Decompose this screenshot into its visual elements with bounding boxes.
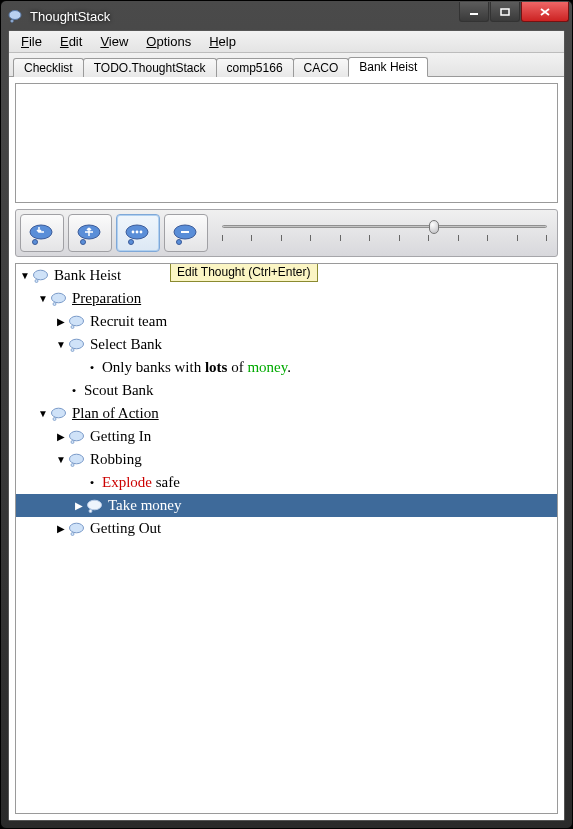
thought-bubble-icon (50, 292, 68, 306)
svg-point-28 (70, 454, 84, 464)
expand-right-icon[interactable]: ▶ (74, 500, 84, 511)
svg-point-26 (70, 431, 84, 441)
thought-bubble-icon (68, 453, 86, 467)
svg-point-0 (9, 11, 21, 20)
svg-point-11 (140, 231, 143, 234)
menu-file[interactable]: File (13, 32, 50, 51)
tree-row[interactable]: ▶Getting In (16, 425, 557, 448)
tree-row[interactable]: ▼Preparation (16, 287, 557, 310)
tree-row[interactable]: •Scout Bank (16, 379, 557, 402)
svg-point-1 (11, 20, 14, 23)
window-frame: ThoughtStack FileEditViewOptionsHelp Che… (0, 0, 573, 829)
slider-ticks (222, 235, 547, 241)
maximize-button[interactable] (490, 2, 520, 22)
tab-checklist[interactable]: Checklist (13, 58, 84, 77)
tree-node-label: Recruit team (90, 313, 167, 330)
svg-point-18 (52, 293, 66, 303)
tree-row[interactable]: ▼Plan of Action (16, 402, 557, 425)
tab-bank-heist[interactable]: Bank Heist (348, 57, 428, 77)
svg-point-20 (70, 316, 84, 326)
content-area: Edit Thought (Ctrl+Enter) ▼Bank Heist▼Pr… (9, 77, 564, 820)
tree-node-label: Preparation (72, 290, 141, 307)
titlebar[interactable]: ThoughtStack (2, 2, 571, 30)
tree-node-label: Robbing (90, 451, 142, 468)
thought-bubble-icon (68, 430, 86, 444)
app-icon (8, 9, 24, 23)
svg-point-17 (35, 279, 38, 282)
tree-row[interactable]: ▶Take money (16, 494, 557, 517)
tool-btn-4[interactable] (164, 214, 208, 252)
tree-row[interactable]: ▼Select Bank (16, 333, 557, 356)
expand-down-icon[interactable]: ▼ (56, 454, 66, 465)
svg-point-32 (70, 523, 84, 533)
svg-point-5 (33, 240, 38, 245)
svg-point-31 (89, 509, 92, 512)
thought-bubble-icon (68, 315, 86, 329)
menu-edit[interactable]: Edit (52, 32, 90, 51)
expand-down-icon[interactable]: ▼ (38, 293, 48, 304)
thought-bubble-icon (32, 269, 50, 283)
tooltip: Edit Thought (Ctrl+Enter) (170, 263, 318, 282)
tree-row[interactable]: ▶Getting Out (16, 517, 557, 540)
svg-point-9 (132, 231, 135, 234)
minimize-button[interactable] (459, 2, 489, 22)
inner-frame: FileEditViewOptionsHelp ChecklistTODO.Th… (8, 30, 565, 821)
tree-node-label: Getting In (90, 428, 151, 445)
tree-node-label: Plan of Action (72, 405, 159, 422)
menu-help[interactable]: Help (201, 32, 244, 51)
slider-thumb[interactable] (429, 220, 439, 234)
svg-point-16 (34, 270, 48, 280)
menubar: FileEditViewOptionsHelp (9, 31, 564, 53)
thought-bubble-icon (68, 522, 86, 536)
tabbar: ChecklistTODO.ThoughtStackcomp5166CACOBa… (9, 53, 564, 77)
expand-down-icon[interactable]: ▼ (20, 270, 30, 281)
bullet-icon: • (86, 360, 98, 376)
bullet-icon: • (68, 383, 80, 399)
tree-row[interactable]: •Explode safe (16, 471, 557, 494)
svg-point-7 (81, 240, 86, 245)
tool-btn-edit[interactable] (116, 214, 160, 252)
svg-point-10 (136, 231, 139, 234)
zoom-slider[interactable] (222, 219, 547, 247)
expand-right-icon[interactable]: ▶ (56, 431, 66, 442)
tool-btn-2[interactable] (68, 214, 112, 252)
tab-todo-thoughtstack[interactable]: TODO.ThoughtStack (83, 58, 217, 77)
svg-point-24 (52, 408, 66, 418)
tab-caco[interactable]: CACO (293, 58, 350, 77)
tree-row[interactable]: •Only banks with lots of money. (16, 356, 557, 379)
window-controls (458, 2, 569, 22)
expand-right-icon[interactable]: ▶ (56, 316, 66, 327)
svg-point-21 (71, 325, 74, 328)
editor-panel[interactable] (15, 83, 558, 203)
tree-panel[interactable]: Edit Thought (Ctrl+Enter) ▼Bank Heist▼Pr… (15, 263, 558, 814)
thought-bubble-icon (50, 407, 68, 421)
expand-down-icon[interactable]: ▼ (38, 408, 48, 419)
tree-node-label: Bank Heist (54, 267, 121, 284)
svg-point-23 (71, 348, 74, 351)
thought-bubble-icon (68, 338, 86, 352)
tree-row[interactable]: ▶Recruit team (16, 310, 557, 333)
menu-view[interactable]: View (92, 32, 136, 51)
svg-point-25 (53, 417, 56, 420)
tree-row[interactable]: ▼Robbing (16, 448, 557, 471)
tree-node-label: Only banks with lots of money. (102, 359, 291, 376)
close-button[interactable] (521, 2, 569, 22)
svg-rect-2 (470, 13, 478, 15)
svg-point-29 (71, 463, 74, 466)
svg-point-19 (53, 302, 56, 305)
tree-node-label: Select Bank (90, 336, 162, 353)
tree-node-label: Scout Bank (84, 382, 154, 399)
expand-right-icon[interactable]: ▶ (56, 523, 66, 534)
svg-point-30 (88, 500, 102, 510)
tab-comp5166[interactable]: comp5166 (216, 58, 294, 77)
menu-options[interactable]: Options (138, 32, 199, 51)
tree-node-label: Getting Out (90, 520, 161, 537)
svg-rect-14 (181, 231, 189, 233)
bullet-icon: • (86, 475, 98, 491)
svg-rect-3 (501, 9, 509, 15)
svg-point-12 (129, 240, 134, 245)
tool-btn-1[interactable] (20, 214, 64, 252)
slider-track (222, 225, 547, 228)
tree-node-label: Explode safe (102, 474, 180, 491)
expand-down-icon[interactable]: ▼ (56, 339, 66, 350)
